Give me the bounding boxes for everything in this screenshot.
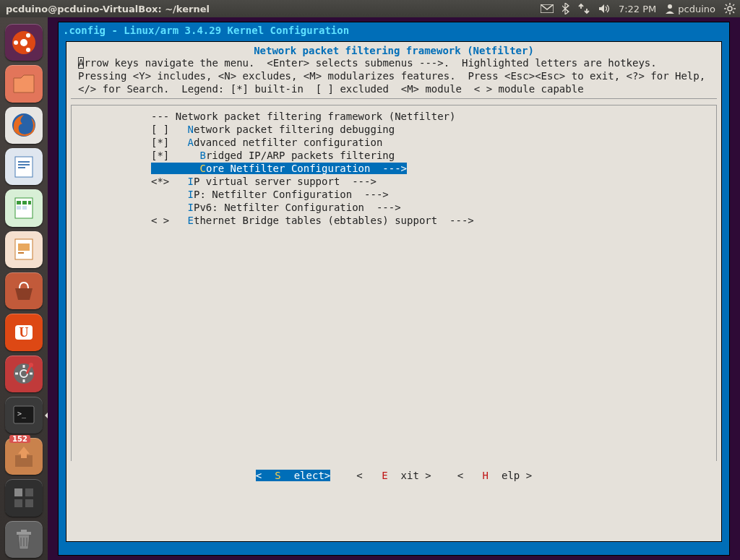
terminal-window: .config - Linux/arm 3.4.29 Kernel Config… xyxy=(48,17,740,560)
svg-line-7 xyxy=(726,4,727,6)
svg-rect-26 xyxy=(22,206,27,210)
hotkey: B xyxy=(199,150,205,161)
menu-list[interactable]: --- Network packet filtering framework (… xyxy=(71,105,717,461)
menu-symbol: [*] xyxy=(151,137,188,148)
launcher-firefox[interactable] xyxy=(5,107,43,144)
menu-item[interactable]: [*] Bridged IP/ARP packets filtering xyxy=(72,149,716,162)
menu-symbol: --- xyxy=(151,111,176,122)
svg-rect-39 xyxy=(25,488,33,496)
network-icon[interactable] xyxy=(574,3,594,14)
svg-point-2 xyxy=(728,7,732,11)
hotkey: C xyxy=(199,163,205,174)
menu-symbol xyxy=(151,163,199,174)
svg-line-10 xyxy=(733,4,734,6)
help-text: Arrow keys navigate the menu. <Enter> se… xyxy=(71,56,717,99)
menu-item[interactable]: <*> IP virtual server support ---> xyxy=(72,175,716,188)
menu-label: Network packet filtering framework (Netf… xyxy=(176,111,456,122)
svg-text:>_: >_ xyxy=(17,410,27,418)
sound-icon[interactable] xyxy=(594,4,614,14)
top-panel: pcduino@pcduino-VirtualBox: ~/kernel 7:2… xyxy=(0,0,740,17)
svg-rect-38 xyxy=(14,488,22,496)
menu-item[interactable]: IPv6: Netfilter Configuration ---> xyxy=(72,201,716,214)
config-header: .config - Linux/arm 3.4.29 Kernel Config… xyxy=(59,22,729,38)
svg-rect-18 xyxy=(18,161,30,163)
help-button[interactable]: < Help > xyxy=(457,470,532,481)
svg-point-12 xyxy=(20,39,27,46)
menu-symbol xyxy=(151,202,188,213)
menu-symbol xyxy=(151,189,188,200)
menu-symbol: < > xyxy=(151,215,188,226)
hotkey: A xyxy=(188,137,194,148)
launcher-trash[interactable] xyxy=(5,521,43,558)
menu-label: dvanced netfilter configuration xyxy=(194,137,382,148)
button-bar: <Select>< Exit >< Help > xyxy=(66,461,721,496)
menuconfig-screen: .config - Linux/arm 3.4.29 Kernel Config… xyxy=(58,22,730,556)
mail-icon[interactable] xyxy=(536,4,558,13)
menu-label: P virtual server support ---> xyxy=(194,176,377,187)
clock[interactable]: 7:22 PM xyxy=(614,4,661,14)
bluetooth-icon[interactable] xyxy=(558,3,574,14)
hotkey: I xyxy=(188,176,194,187)
svg-point-34 xyxy=(29,363,33,367)
launcher-updates[interactable]: 152 xyxy=(5,438,43,475)
launcher-calc[interactable] xyxy=(5,189,43,226)
menu-item[interactable]: [*] Advanced netfilter configuration xyxy=(72,136,716,149)
svg-rect-28 xyxy=(18,244,30,251)
svg-point-14 xyxy=(26,33,30,38)
launcher-writer[interactable] xyxy=(5,148,43,185)
svg-rect-43 xyxy=(21,530,27,532)
menu-label: P: Netfilter Configuration ---> xyxy=(194,189,389,200)
svg-rect-19 xyxy=(18,164,30,165)
menu-item[interactable]: [ ] Network packet filtering debugging xyxy=(72,123,716,136)
launcher-impress[interactable] xyxy=(5,231,43,268)
svg-rect-24 xyxy=(28,201,31,204)
svg-rect-25 xyxy=(17,206,21,210)
exit-button[interactable]: < Exit > xyxy=(356,470,431,481)
menu-label: thernet Bridge tables (ebtables) support… xyxy=(194,215,474,226)
window-title: pcduino@pcduino-VirtualBox: ~/kernel xyxy=(0,4,210,14)
svg-line-8 xyxy=(733,12,734,13)
launcher-ubuntu-one[interactable]: U xyxy=(5,314,43,350)
hotkey: I xyxy=(188,202,194,213)
svg-point-13 xyxy=(14,40,18,45)
menu-symbol: [*] xyxy=(151,150,199,161)
dialog-title: Network packet filtering framework (Netf… xyxy=(66,42,721,56)
hotkey: N xyxy=(188,124,194,135)
menu-item[interactable]: IP: Netfilter Configuration ---> xyxy=(72,188,716,201)
menu-item[interactable]: --- Network packet filtering framework (… xyxy=(72,110,716,123)
menu-item[interactable]: < > Ethernet Bridge tables (ebtables) su… xyxy=(72,214,716,227)
svg-point-1 xyxy=(668,4,672,9)
launcher-software-center[interactable] xyxy=(5,272,43,309)
launcher-settings[interactable] xyxy=(5,356,43,392)
svg-rect-42 xyxy=(17,532,31,535)
menuconfig-dialog: Network packet filtering framework (Netf… xyxy=(66,41,722,542)
svg-rect-29 xyxy=(18,252,24,254)
hotkey: E xyxy=(188,215,194,226)
badge: 152 xyxy=(9,435,30,443)
menu-label: Pv6: Netfilter Configuration ---> xyxy=(194,202,401,213)
launcher-dash[interactable] xyxy=(5,24,43,61)
menu-label: etwork packet filtering debugging xyxy=(194,124,395,135)
launcher-workspaces[interactable] xyxy=(5,479,43,516)
user-menu[interactable]: pcduino xyxy=(661,4,720,14)
unity-launcher: U>_152 xyxy=(0,17,48,560)
svg-line-9 xyxy=(726,12,727,13)
svg-rect-40 xyxy=(14,499,22,507)
svg-rect-23 xyxy=(22,201,27,204)
svg-point-15 xyxy=(26,48,30,52)
gear-icon[interactable] xyxy=(720,3,740,14)
svg-text:U: U xyxy=(20,325,29,340)
menu-symbol: <*> xyxy=(151,176,188,187)
hotkey: I xyxy=(188,189,194,200)
launcher-terminal[interactable]: >_ xyxy=(5,397,43,434)
launcher-files[interactable] xyxy=(5,65,43,102)
select-button[interactable]: <Select> xyxy=(256,470,330,481)
svg-rect-41 xyxy=(25,499,33,507)
menu-symbol: [ ] xyxy=(151,124,188,135)
user-label: pcduino xyxy=(678,4,715,14)
menu-item[interactable]: Core Netfilter Configuration ---> xyxy=(72,162,716,175)
svg-rect-22 xyxy=(17,201,21,204)
svg-rect-20 xyxy=(18,167,25,168)
menu-label: ridged IP/ARP packets filtering xyxy=(206,150,395,161)
